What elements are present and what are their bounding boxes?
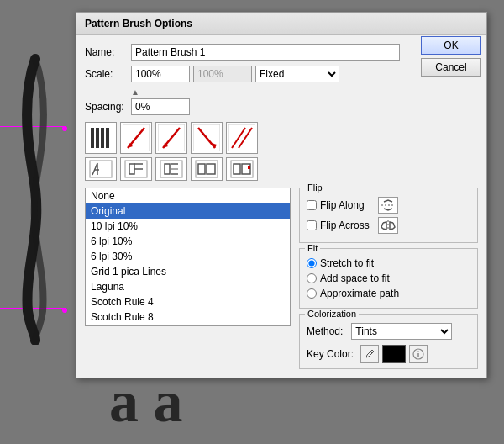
- flip-across-text: Flip Across: [320, 219, 370, 231]
- dialog-title: Pattern Brush Options: [76, 13, 486, 35]
- svg-rect-33: [248, 166, 250, 169]
- list-item[interactable]: Laguna: [86, 279, 290, 294]
- svg-rect-3: [106, 128, 109, 148]
- fit-section: Fit Stretch to fit Add space to fit A: [299, 248, 478, 309]
- list-item[interactable]: 6 lpi 30%: [86, 249, 290, 264]
- pattern-list[interactable]: None Original 10 lpi 10% 6 lpi 10% 6 lpi…: [85, 188, 291, 326]
- sub-tile-icon-5[interactable]: [226, 157, 258, 181]
- tile-icon-1[interactable]: [85, 122, 117, 154]
- ok-button[interactable]: OK: [421, 36, 481, 55]
- key-color-row: Key Color:: [307, 345, 470, 363]
- sub-tile-icon-3[interactable]: [155, 157, 187, 181]
- list-item[interactable]: Scotch Rule 8: [86, 309, 290, 325]
- svg-rect-31: [234, 164, 240, 174]
- key-color-swatch[interactable]: [382, 345, 406, 363]
- spacing-input[interactable]: [131, 98, 190, 115]
- tile-icon-5[interactable]: [226, 122, 258, 154]
- scale-select[interactable]: Fixed Pressure Stylus Wheel Random: [255, 66, 339, 82]
- svg-rect-16: [90, 161, 112, 177]
- svg-line-15: [239, 128, 252, 148]
- list-item[interactable]: None: [86, 188, 290, 204]
- svg-rect-29: [207, 164, 215, 174]
- add-space-label[interactable]: Add space to fit: [307, 272, 470, 284]
- list-item[interactable]: Scotch Rule 4: [86, 294, 290, 309]
- colorization-tip-button[interactable]: [409, 345, 428, 363]
- flip-across-checkbox[interactable]: [307, 220, 317, 230]
- name-row: Name:: [85, 44, 478, 61]
- name-label: Name:: [85, 46, 131, 58]
- spacing-row: Spacing:: [85, 98, 478, 115]
- svg-rect-23: [165, 164, 170, 174]
- colorization-title: Colorization: [305, 309, 359, 319]
- svg-rect-2: [101, 128, 104, 148]
- scale-input-2: [193, 66, 252, 82]
- flip-along-icon: [378, 197, 398, 214]
- eyedropper-button[interactable]: [360, 345, 379, 363]
- flip-along-row: Flip Along: [307, 197, 470, 214]
- flip-title: Flip: [305, 182, 325, 193]
- svg-point-38: [417, 351, 419, 352]
- flip-along-checkbox[interactable]: [307, 200, 317, 210]
- approximate-path-label[interactable]: Approximate path: [307, 288, 470, 299]
- spacing-label: Spacing:: [85, 101, 131, 113]
- sub-tile-icon-4[interactable]: [191, 157, 223, 181]
- svg-rect-0: [91, 128, 94, 148]
- svg-line-14: [232, 128, 245, 148]
- approximate-path-radio[interactable]: [307, 288, 317, 299]
- svg-rect-28: [198, 164, 205, 174]
- method-select[interactable]: None Tints Tints and Shades Hue Shift: [351, 323, 452, 340]
- flip-along-text: Flip Along: [320, 199, 365, 211]
- stretch-to-fit-label[interactable]: Stretch to fit: [307, 257, 470, 269]
- fit-title: Fit: [305, 243, 320, 253]
- tile-icon-2[interactable]: [120, 122, 152, 154]
- sub-tile-icon-2[interactable]: [120, 157, 152, 181]
- key-color-label: Key Color:: [307, 348, 354, 360]
- list-item[interactable]: 6 lpi 10%: [86, 234, 290, 249]
- list-item-selected[interactable]: Original: [86, 204, 290, 219]
- svg-rect-19: [129, 164, 134, 174]
- name-input[interactable]: [131, 44, 400, 61]
- sub-tiles-row: [85, 157, 478, 181]
- list-item[interactable]: Grid 1 pica Lines: [86, 264, 290, 279]
- flip-across-icon: [378, 217, 398, 234]
- tiles-row: [85, 122, 478, 154]
- cancel-button[interactable]: Cancel: [421, 58, 481, 77]
- flip-across-row: Flip Across: [307, 217, 470, 234]
- add-space-radio[interactable]: [307, 273, 317, 283]
- stretch-to-fit-radio[interactable]: [307, 258, 317, 268]
- flip-along-label[interactable]: Flip Along: [307, 199, 378, 211]
- pattern-brush-options-dialog: Pattern Brush Options OK Cancel Name: Sc…: [76, 12, 487, 378]
- approximate-path-text: Approximate path: [320, 288, 399, 299]
- add-space-text: Add space to fit: [320, 272, 390, 284]
- list-item[interactable]: 10 lpi 10%: [86, 219, 290, 234]
- method-label: Method:: [307, 325, 343, 337]
- flip-section: Flip Flip Along: [299, 188, 478, 243]
- colorization-section: Colorization Method: None Tints Tints an…: [299, 314, 478, 369]
- scale-label: Scale:: [85, 68, 131, 80]
- scale-input-1[interactable]: [131, 66, 190, 82]
- main-content: None Original 10 lpi 10% 6 lpi 10% 6 lpi…: [85, 188, 478, 369]
- stretch-to-fit-text: Stretch to fit: [320, 257, 374, 269]
- right-panel: Flip Flip Along: [299, 188, 478, 369]
- scale-row: Scale: Fixed Pressure Stylus Wheel Rando…: [85, 66, 478, 82]
- svg-line-36: [370, 352, 372, 353]
- flip-across-label[interactable]: Flip Across: [307, 219, 378, 231]
- svg-line-11: [198, 128, 215, 148]
- arrow-indicator: ▲: [131, 87, 478, 97]
- svg-rect-1: [96, 128, 99, 148]
- tile-icon-4[interactable]: [191, 122, 223, 154]
- tile-icon-3[interactable]: [155, 122, 187, 154]
- sub-tile-icon-1[interactable]: [85, 157, 117, 181]
- method-row: Method: None Tints Tints and Shades Hue …: [307, 323, 470, 340]
